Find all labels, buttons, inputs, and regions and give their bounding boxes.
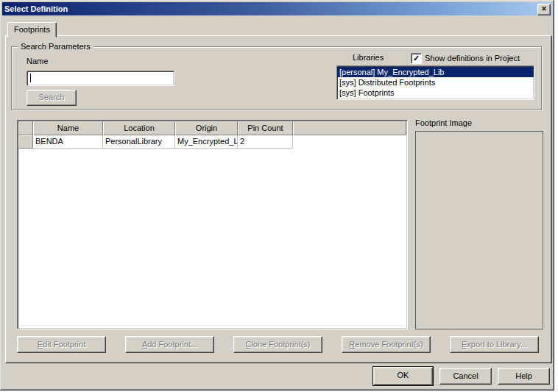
show-definitions-label: Show definitions in Project: [425, 54, 520, 63]
list-item[interactable]: [sys] Distributed Footprints: [337, 77, 534, 88]
header-origin-label: Origin: [196, 124, 217, 132]
search-button[interactable]: Search: [27, 90, 77, 106]
button-label: lone Footprint(s): [251, 340, 310, 349]
export-to-library-button[interactable]: Export to Library...: [450, 336, 539, 353]
close-button[interactable]: ✕: [537, 4, 551, 15]
footprint-image-preview: [415, 131, 543, 329]
footprint-image-label: Footprint Image: [415, 118, 472, 127]
tab-footprints[interactable]: Footprints: [7, 22, 57, 38]
header-pin-count[interactable]: Pin Count: [238, 121, 293, 135]
cell-name[interactable]: BENDA: [33, 135, 103, 149]
header-location[interactable]: Location: [103, 121, 175, 135]
definitions-table-inner: △ Name Location Origin Pin Count: [18, 121, 406, 328]
title-bar[interactable]: Select Definition ✕: [2, 2, 552, 15]
header-location-label: Location: [124, 124, 155, 132]
sort-triangle-icon: △: [37, 124, 43, 135]
list-item[interactable]: [personal] My_Encrypted_Lib: [337, 67, 534, 77]
name-label: Name: [27, 57, 48, 65]
list-item-label: [personal] My_Encrypted_Lib: [339, 68, 444, 76]
definitions-table[interactable]: △ Name Location Origin Pin Count: [17, 120, 408, 329]
ok-button-label: OK: [398, 371, 409, 379]
cell-pin-count[interactable]: 2: [238, 135, 293, 149]
button-label: dit Footprint: [43, 340, 85, 349]
show-definitions-checkbox[interactable]: ✓: [411, 53, 422, 64]
remove-footprint-button[interactable]: Remove Footprint(s): [342, 336, 431, 353]
button-label: dd Footprint...: [147, 340, 197, 349]
checkmark-icon: ✓: [413, 54, 420, 63]
close-icon: ✕: [541, 5, 547, 13]
ok-button[interactable]: OK: [373, 367, 433, 385]
name-input[interactable]: [27, 71, 174, 86]
libraries-label: Libraries: [353, 53, 384, 62]
group-label: Search Parameters: [18, 42, 93, 51]
tab-label: Footprints: [14, 25, 50, 34]
cancel-button[interactable]: Cancel: [439, 368, 492, 385]
select-definition-dialog: Select Definition ✕ Footprints Search Pa…: [0, 0, 554, 391]
button-label: xport to Library...: [467, 340, 527, 349]
text-caret: [30, 74, 31, 82]
header-name[interactable]: △ Name: [33, 121, 103, 135]
add-footprint-button[interactable]: Add Footprint...: [125, 336, 214, 353]
edit-footprint-button[interactable]: Edit Footprint: [17, 336, 106, 353]
cell-location[interactable]: PersonalLibrary: [103, 135, 175, 149]
header-pin-count-label: Pin Count: [247, 124, 283, 132]
table-row[interactable]: BENDA PersonalLibrary My_Encrypted_Lib 2: [18, 135, 406, 149]
list-item-label: [sys] Footprints: [339, 88, 395, 97]
header-origin[interactable]: Origin: [175, 121, 238, 135]
libraries-listbox[interactable]: [personal] My_Encrypted_Lib [sys] Distri…: [336, 65, 534, 100]
footprints-tab-panel: Search Parameters Name Search Libraries …: [5, 35, 552, 363]
button-label: emove Footprint(s): [355, 340, 423, 349]
clone-footprint-button[interactable]: Clone Footprint(s): [233, 336, 322, 353]
search-button-label: Search: [39, 93, 65, 101]
list-item[interactable]: [sys] Footprints: [337, 88, 534, 98]
header-filler-cell: [293, 121, 406, 135]
search-parameters-group: Search Parameters Name Search Libraries …: [11, 46, 542, 110]
window-title: Select Definition: [2, 4, 68, 13]
list-item-label: [sys] Distributed Footprints: [339, 78, 435, 87]
cancel-button-label: Cancel: [453, 371, 478, 380]
row-selector-cell[interactable]: [18, 135, 33, 149]
cell-origin[interactable]: My_Encrypted_Lib: [175, 135, 238, 149]
help-button[interactable]: Help: [498, 368, 550, 385]
table-header-row: △ Name Location Origin Pin Count: [18, 121, 406, 135]
help-button-label: Help: [515, 371, 532, 380]
header-selector-cell[interactable]: [18, 121, 33, 135]
header-name-label: Name: [57, 124, 79, 132]
